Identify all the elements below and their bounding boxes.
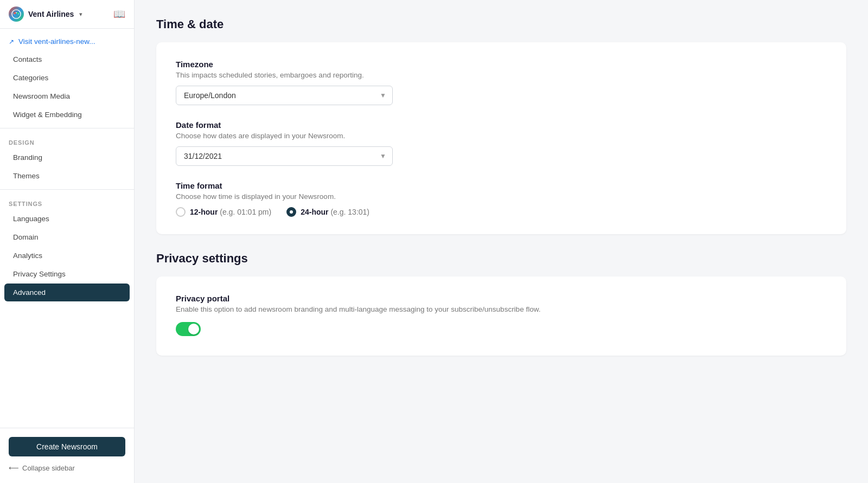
sidebar-divider-2 <box>0 189 134 190</box>
date-format-field: Date format Choose how dates are display… <box>176 120 827 166</box>
sidebar-item-domain[interactable]: Domain <box>4 228 130 246</box>
timezone-label: Timezone <box>176 60 827 69</box>
timezone-description: This impacts scheduled stories, embargoe… <box>176 71 827 79</box>
radio-24h[interactable]: 24-hour (e.g. 13:01) <box>286 207 369 217</box>
privacy-portal-description: Enable this option to add newsroom brand… <box>176 305 827 313</box>
time-format-label: Time format <box>176 181 827 190</box>
sidebar-item-newsroom-media[interactable]: Newsroom Media <box>4 87 130 105</box>
analytics-label: Analytics <box>13 252 42 260</box>
svg-point-1 <box>14 12 16 14</box>
main-content: Time & date Timezone This impacts schedu… <box>135 0 868 483</box>
design-section-label: DESIGN <box>0 133 134 148</box>
newsroom-media-label: Newsroom Media <box>13 92 70 100</box>
privacy-portal-label: Privacy portal <box>176 294 827 303</box>
brand-selector[interactable]: Vent Airlines ▾ <box>9 7 82 22</box>
contacts-label: Contacts <box>13 55 42 63</box>
svg-point-2 <box>17 12 19 14</box>
branding-label: Branding <box>13 153 42 162</box>
domain-label: Domain <box>13 233 39 241</box>
svg-point-0 <box>12 10 21 18</box>
create-newsroom-button[interactable]: Create Newsroom <box>9 437 125 456</box>
sidebar: Vent Airlines ▾ 📖 ↗ Visit vent-airlines-… <box>0 0 135 483</box>
sidebar-item-categories[interactable]: Categories <box>4 69 130 87</box>
sidebar-item-themes[interactable]: Themes <box>4 167 130 185</box>
privacy-portal-toggle[interactable] <box>176 322 201 336</box>
sidebar-footer: Create Newsroom ⟵ Collapse sidebar <box>0 428 134 483</box>
themes-label: Themes <box>13 172 40 180</box>
sidebar-nav: ↗ Visit vent-airlines-new... Contacts Ca… <box>0 29 134 306</box>
privacy-settings-title: Privacy settings <box>156 252 846 266</box>
privacy-settings-label: Privacy Settings <box>13 270 66 278</box>
collapse-icon: ⟵ <box>9 464 19 472</box>
collapse-label: Collapse sidebar <box>22 464 75 472</box>
radio-12h-label: 12-hour (e.g. 01:01 pm) <box>190 208 271 216</box>
sidebar-item-branding[interactable]: Branding <box>4 149 130 166</box>
radio-24h-circle <box>286 207 296 217</box>
time-format-description: Choose how time is displayed in your New… <box>176 192 827 201</box>
time-date-card: Timezone This impacts scheduled stories,… <box>156 42 846 234</box>
date-format-label: Date format <box>176 120 827 130</box>
advanced-label: Advanced <box>13 288 46 297</box>
sidebar-item-advanced[interactable]: Advanced <box>4 284 130 301</box>
time-format-field: Time format Choose how time is displayed… <box>176 181 827 217</box>
external-link[interactable]: ↗ Visit vent-airlines-new... <box>0 33 134 50</box>
privacy-settings-card: Privacy portal Enable this option to add… <box>156 276 846 356</box>
radio-12h-circle <box>176 207 186 217</box>
external-link-icon: ↗ <box>9 38 14 46</box>
collapse-sidebar-button[interactable]: ⟵ Collapse sidebar <box>9 462 125 474</box>
radio-24h-label: 24-hour (e.g. 13:01) <box>301 208 369 216</box>
timezone-select-wrapper: Europe/London UTC America/New_York Ameri… <box>176 86 393 105</box>
date-format-description: Choose how dates are displayed in your N… <box>176 132 827 140</box>
date-format-select[interactable]: 31/12/2021 12/31/2021 2021-12-31 Decembe… <box>176 146 393 166</box>
sidebar-item-analytics[interactable]: Analytics <box>4 247 130 265</box>
timezone-field: Timezone This impacts scheduled stories,… <box>176 60 827 105</box>
time-date-title: Time & date <box>156 17 846 31</box>
sidebar-divider-1 <box>0 128 134 128</box>
privacy-portal-field: Privacy portal Enable this option to add… <box>176 294 827 338</box>
date-format-select-wrapper: 31/12/2021 12/31/2021 2021-12-31 Decembe… <box>176 146 393 166</box>
radio-12h[interactable]: 12-hour (e.g. 01:01 pm) <box>176 207 271 217</box>
brand-chevron-icon: ▾ <box>79 11 82 18</box>
settings-section-label: SETTINGS <box>0 194 134 209</box>
sidebar-header: Vent Airlines ▾ 📖 <box>0 0 134 29</box>
languages-label: Languages <box>13 215 49 223</box>
sidebar-item-privacy-settings[interactable]: Privacy Settings <box>4 265 130 283</box>
brand-logo <box>9 7 24 22</box>
external-link-label: Visit vent-airlines-new... <box>18 37 95 46</box>
timezone-select[interactable]: Europe/London UTC America/New_York Ameri… <box>176 86 393 105</box>
book-icon[interactable]: 📖 <box>113 8 125 20</box>
sidebar-item-languages[interactable]: Languages <box>4 210 130 228</box>
sidebar-item-widget-embedding[interactable]: Widget & Embedding <box>4 106 130 124</box>
brand-name: Vent Airlines <box>28 10 74 18</box>
categories-label: Categories <box>13 74 48 82</box>
widget-embedding-label: Widget & Embedding <box>13 111 82 119</box>
toggle-knob <box>188 324 199 334</box>
time-format-radio-group: 12-hour (e.g. 01:01 pm) 24-hour (e.g. 13… <box>176 207 827 217</box>
sidebar-item-contacts[interactable]: Contacts <box>4 50 130 68</box>
